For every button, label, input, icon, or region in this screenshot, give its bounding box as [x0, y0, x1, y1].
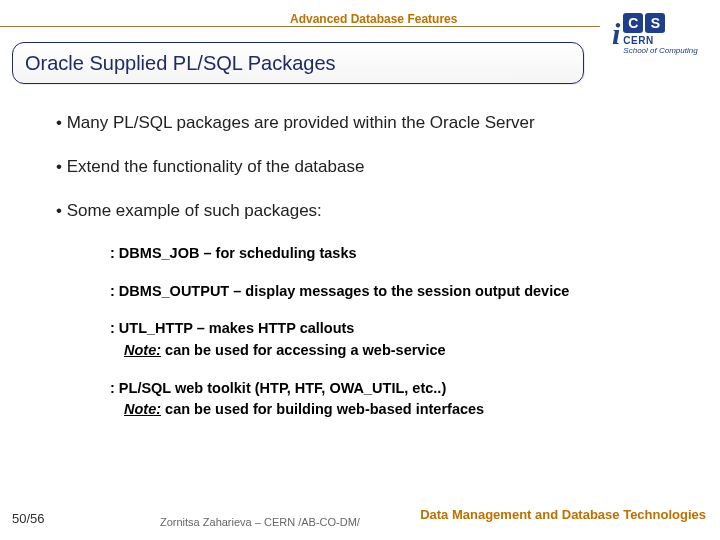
slide-title-pill: Oracle Supplied PL/SQL Packages [12, 42, 584, 84]
slide-footer: 50/56 Zornitsa Zaharieva – CERN /AB-CO-D… [0, 502, 720, 530]
sub-package-list: DBMS_JOB – for scheduling tasks DBMS_OUT… [110, 244, 690, 419]
pkg-name: PL/SQL web toolkit (HTP, HTF, OWA_UTIL, … [119, 380, 446, 396]
bullet-2: Extend the functionality of the database [56, 156, 690, 178]
note-text: can be used for building web-based inter… [161, 401, 484, 417]
pkg-desc: – display messages to the session output… [229, 283, 569, 299]
slide-content: Many PL/SQL packages are provided within… [56, 112, 690, 438]
header-divider [0, 26, 600, 27]
logo-i-icon: i [612, 17, 620, 51]
footer-author: Zornitsa Zaharieva – CERN /AB-CO-DM/ [160, 516, 360, 528]
pkg-name: UTL_HTTP [119, 320, 193, 336]
pkg-name: DBMS_OUTPUT [119, 283, 229, 299]
note-text: can be used for accessing a web-service [161, 342, 446, 358]
note-label: Note: [124, 342, 161, 358]
sub-utl-http: UTL_HTTP – makes HTTP callouts Note: can… [110, 319, 690, 360]
logo-s-icon: S [645, 13, 665, 33]
page-number: 50/56 [12, 511, 45, 526]
sub-web-toolkit: PL/SQL web toolkit (HTP, HTF, OWA_UTIL, … [110, 379, 690, 420]
bullet-3: Some example of such packages: [56, 200, 690, 222]
pkg-name: DBMS_JOB [119, 245, 200, 261]
course-header: Advanced Database Features [290, 12, 457, 26]
logo-school-text: School of Computing [623, 46, 697, 55]
cern-school-logo: i C S CERN School of Computing [612, 6, 710, 62]
slide-title: Oracle Supplied PL/SQL Packages [25, 52, 336, 75]
pkg-desc: – for scheduling tasks [199, 245, 356, 261]
sub-dbms-output: DBMS_OUTPUT – display messages to the se… [110, 282, 690, 302]
logo-cern-text: CERN [623, 35, 653, 46]
logo-c-icon: C [623, 13, 643, 33]
note-label: Note: [124, 401, 161, 417]
bullet-1: Many PL/SQL packages are provided within… [56, 112, 690, 134]
pkg-desc: – makes HTTP callouts [193, 320, 355, 336]
sub-dbms-job: DBMS_JOB – for scheduling tasks [110, 244, 690, 264]
footer-track: Data Management and Database Technologie… [420, 507, 706, 522]
